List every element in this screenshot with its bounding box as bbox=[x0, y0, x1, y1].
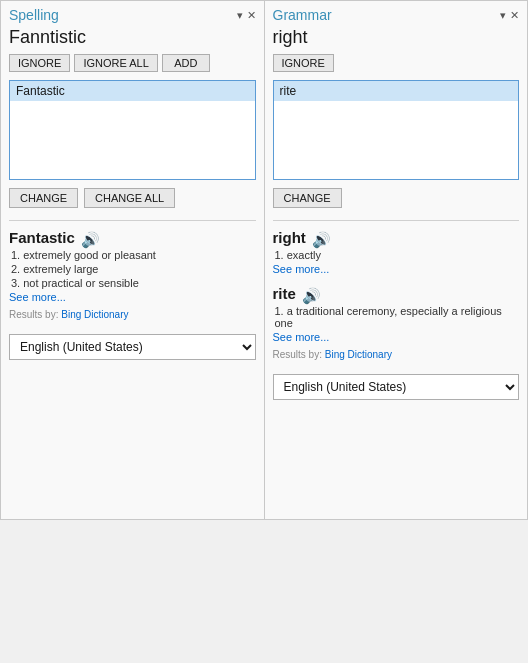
spelling-change-all-button[interactable]: CHANGE ALL bbox=[84, 188, 175, 208]
grammar-speaker-icon-1[interactable]: 🔊 bbox=[312, 231, 328, 245]
grammar-dict-word1: right 🔊 bbox=[273, 229, 520, 246]
spelling-misspelled-word: Fanntistic bbox=[9, 27, 256, 48]
grammar-suggestions-box[interactable]: rite bbox=[273, 80, 520, 180]
grammar-definition2-1: 1. a traditional ceremony, especially a … bbox=[273, 305, 520, 329]
grammar-panel: Grammar ▾ ✕ right IGNORE rite CHANGE rig… bbox=[264, 0, 529, 520]
spelling-change-button[interactable]: CHANGE bbox=[9, 188, 78, 208]
grammar-suggestion-item[interactable]: rite bbox=[274, 81, 519, 101]
grammar-close-icon[interactable]: ✕ bbox=[510, 9, 519, 22]
spelling-title-controls: ▾ ✕ bbox=[237, 9, 256, 22]
grammar-title-controls: ▾ ✕ bbox=[500, 9, 519, 22]
spelling-change-buttons: CHANGE CHANGE ALL bbox=[9, 188, 256, 208]
spelling-results-by: Results by: Bing Dictionary bbox=[9, 309, 256, 320]
grammar-dict-word1-text: right bbox=[273, 229, 306, 246]
spelling-close-icon[interactable]: ✕ bbox=[247, 9, 256, 22]
spelling-language-select[interactable]: English (United States) bbox=[9, 334, 256, 360]
spelling-dict-word: Fantastic 🔊 bbox=[9, 229, 256, 246]
grammar-dict-word2: rite 🔊 bbox=[273, 285, 520, 302]
spelling-action-buttons: IGNORE IGNORE ALL ADD bbox=[9, 54, 256, 72]
spelling-minimize-icon[interactable]: ▾ bbox=[237, 9, 243, 22]
grammar-title: Grammar ▾ ✕ bbox=[273, 7, 520, 23]
grammar-definition1-1: 1. exactly bbox=[273, 249, 520, 261]
spelling-definition-1: 1. extremely good or pleasant bbox=[9, 249, 256, 261]
spelling-add-button[interactable]: ADD bbox=[162, 54, 210, 72]
spelling-ignore-button[interactable]: IGNORE bbox=[9, 54, 70, 72]
spelling-speaker-icon[interactable]: 🔊 bbox=[81, 231, 97, 245]
grammar-change-buttons: CHANGE bbox=[273, 188, 520, 208]
spelling-title: Spelling ▾ ✕ bbox=[9, 7, 256, 23]
grammar-flagged-word: right bbox=[273, 27, 520, 48]
grammar-speaker-icon-2[interactable]: 🔊 bbox=[302, 287, 318, 301]
spelling-ignore-all-button[interactable]: IGNORE ALL bbox=[74, 54, 157, 72]
spelling-results-by-source[interactable]: Bing Dictionary bbox=[61, 309, 128, 320]
spelling-title-text: Spelling bbox=[9, 7, 59, 23]
spelling-panel: Spelling ▾ ✕ Fanntistic IGNORE IGNORE AL… bbox=[0, 0, 264, 520]
grammar-results-by-source[interactable]: Bing Dictionary bbox=[325, 349, 392, 360]
spelling-divider bbox=[9, 220, 256, 221]
spelling-definition-2: 2. extremely large bbox=[9, 263, 256, 275]
spelling-see-more[interactable]: See more... bbox=[9, 291, 256, 303]
grammar-change-button[interactable]: CHANGE bbox=[273, 188, 342, 208]
spelling-definition-3: 3. not practical or sensible bbox=[9, 277, 256, 289]
grammar-minimize-icon[interactable]: ▾ bbox=[500, 9, 506, 22]
spelling-suggestions-box[interactable]: Fantastic bbox=[9, 80, 256, 180]
spelling-results-by-label: Results by: bbox=[9, 309, 58, 320]
spelling-dict-word-text: Fantastic bbox=[9, 229, 75, 246]
grammar-action-buttons: IGNORE bbox=[273, 54, 520, 72]
grammar-see-more-2[interactable]: See more... bbox=[273, 331, 520, 343]
grammar-dict-word2-section: rite 🔊 1. a traditional ceremony, especi… bbox=[273, 285, 520, 343]
grammar-ignore-button[interactable]: IGNORE bbox=[273, 54, 334, 72]
grammar-divider bbox=[273, 220, 520, 221]
grammar-results-by: Results by: Bing Dictionary bbox=[273, 349, 520, 360]
grammar-language-select[interactable]: English (United States) bbox=[273, 374, 520, 400]
grammar-dict-word2-text: rite bbox=[273, 285, 296, 302]
spelling-suggestion-item[interactable]: Fantastic bbox=[10, 81, 255, 101]
grammar-title-text: Grammar bbox=[273, 7, 332, 23]
grammar-see-more-1[interactable]: See more... bbox=[273, 263, 520, 275]
grammar-results-by-label: Results by: bbox=[273, 349, 322, 360]
